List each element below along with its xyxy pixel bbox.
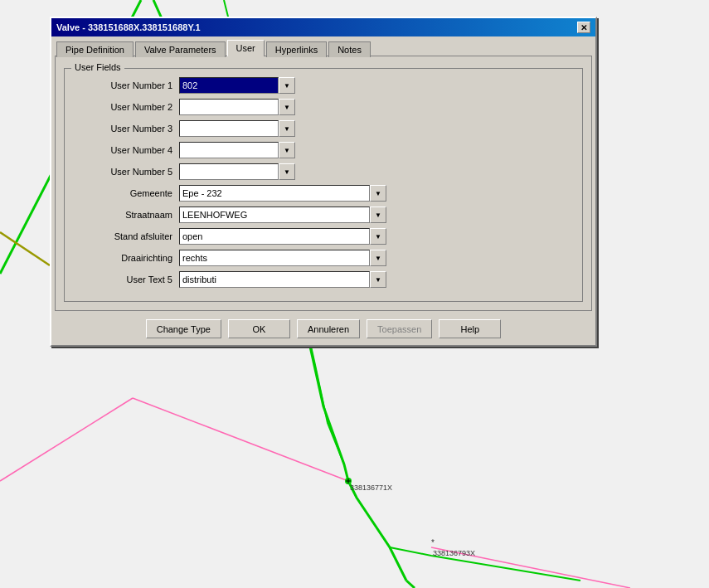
help-button[interactable]: Help bbox=[439, 319, 501, 338]
draairichting-row: Draairichting ▼ bbox=[73, 250, 574, 266]
map-label-2: 338136793X bbox=[433, 549, 475, 557]
gemeente-input[interactable] bbox=[179, 185, 370, 202]
svg-line-2 bbox=[133, 398, 348, 481]
toepassen-button: Toepassen bbox=[367, 319, 432, 338]
draairichting-dropdown[interactable]: ▼ bbox=[370, 250, 386, 266]
tab-pipe-definition[interactable]: Pipe Definition bbox=[56, 41, 134, 57]
user-number-5-row: User Number 5 ▼ bbox=[73, 163, 574, 180]
user-number-4-dropdown[interactable]: ▼ bbox=[279, 142, 295, 158]
gemeente-label: Gemeente bbox=[73, 188, 172, 198]
user-number-4-input[interactable] bbox=[179, 142, 279, 158]
straatnaam-row: Straatnaam ▼ bbox=[73, 207, 574, 223]
dialog-title: Valve - 338151688X.338151688Y.1 bbox=[56, 22, 201, 32]
gemeente-row: Gemeente ▼ bbox=[73, 185, 574, 202]
user-number-3-row: User Number 3 ▼ bbox=[73, 120, 574, 137]
stand-afsluiter-row: Stand afsluiter ▼ bbox=[73, 228, 574, 245]
user-number-1-row: User Number 1 ▼ bbox=[73, 77, 574, 94]
tab-valve-parameters[interactable]: Valve Parameters bbox=[135, 41, 226, 57]
svg-line-1 bbox=[0, 398, 133, 481]
stand-afsluiter-label: Stand afsluiter bbox=[73, 231, 172, 241]
user-text-5-row: User Text 5 ▼ bbox=[73, 271, 574, 288]
annuleren-button[interactable]: Annuleren bbox=[297, 319, 360, 338]
tab-user[interactable]: User bbox=[227, 40, 265, 56]
draairichting-label: Draairichting bbox=[73, 253, 172, 263]
user-number-1-label: User Number 1 bbox=[73, 80, 172, 90]
user-number-3-label: User Number 3 bbox=[73, 124, 172, 134]
user-number-2-row: User Number 2 ▼ bbox=[73, 99, 574, 115]
user-fields-group: User Fields User Number 1 ▼ User Number … bbox=[64, 68, 583, 302]
tab-hyperlinks[interactable]: Hyperlinks bbox=[266, 41, 327, 57]
user-number-5-label: User Number 5 bbox=[73, 167, 172, 177]
button-area: Change Type OK Annuleren Toepassen Help bbox=[51, 311, 595, 345]
title-bar: Valve - 338151688X.338151688Y.1 ✕ bbox=[51, 18, 595, 36]
tab-notes[interactable]: Notes bbox=[328, 41, 371, 57]
draairichting-input[interactable] bbox=[179, 250, 370, 266]
user-text-5-dropdown[interactable]: ▼ bbox=[370, 271, 386, 288]
user-number-4-row: User Number 4 ▼ bbox=[73, 142, 574, 158]
change-type-button[interactable]: Change Type bbox=[146, 319, 221, 338]
user-number-5-dropdown[interactable]: ▼ bbox=[279, 163, 295, 180]
close-button[interactable]: ✕ bbox=[577, 22, 590, 33]
user-number-4-label: User Number 4 bbox=[73, 145, 172, 155]
user-number-2-dropdown[interactable]: ▼ bbox=[279, 99, 295, 115]
straatnaam-dropdown[interactable]: ▼ bbox=[370, 207, 386, 223]
dialog-window: Valve - 338151688X.338151688Y.1 ✕ Pipe D… bbox=[50, 17, 597, 347]
map-label-1: 338136771X bbox=[350, 484, 392, 492]
svg-text:*: * bbox=[431, 538, 435, 547]
stand-afsluiter-input[interactable] bbox=[179, 228, 370, 245]
user-number-3-dropdown[interactable]: ▼ bbox=[279, 120, 295, 137]
user-number-2-label: User Number 2 bbox=[73, 102, 172, 112]
straatnaam-label: Straatnaam bbox=[73, 210, 172, 220]
group-box-label: User Fields bbox=[71, 62, 124, 72]
gemeente-dropdown[interactable]: ▼ bbox=[370, 185, 386, 202]
straatnaam-input[interactable] bbox=[179, 207, 370, 223]
user-number-1-input[interactable] bbox=[179, 77, 279, 94]
ok-button[interactable]: OK bbox=[228, 319, 290, 338]
user-text-5-input[interactable] bbox=[179, 271, 370, 288]
user-text-5-label: User Text 5 bbox=[73, 275, 172, 284]
user-number-5-input[interactable] bbox=[179, 163, 279, 180]
stand-afsluiter-dropdown[interactable]: ▼ bbox=[370, 228, 386, 245]
user-number-3-input[interactable] bbox=[179, 120, 279, 137]
user-number-2-input[interactable] bbox=[179, 99, 279, 115]
tabs-bar: Pipe Definition Valve Parameters User Hy… bbox=[51, 36, 595, 56]
tab-content-user: User Fields User Number 1 ▼ User Number … bbox=[55, 56, 592, 311]
user-number-1-dropdown[interactable]: ▼ bbox=[279, 77, 295, 94]
